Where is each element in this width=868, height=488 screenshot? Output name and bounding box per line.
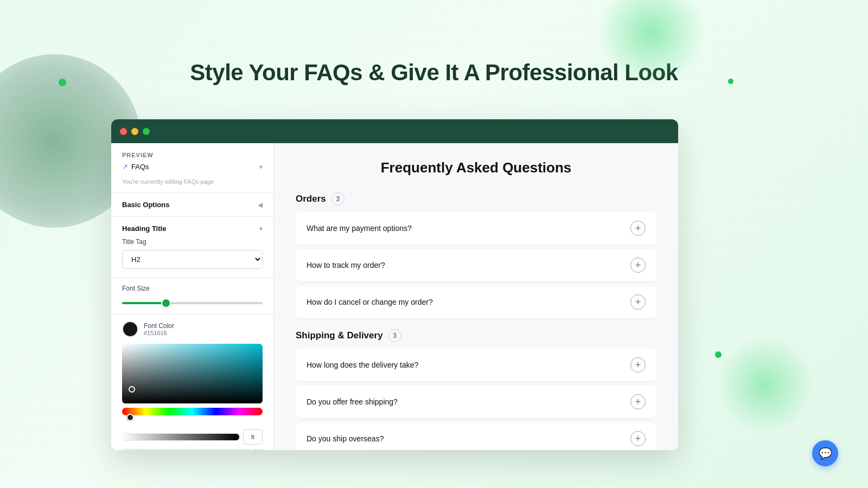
basic-options-section: Basic Options ◀ [111, 193, 273, 217]
window-close-dot[interactable] [120, 128, 127, 135]
spectrum-container [122, 408, 263, 429]
main-content: Frequently Asked Questions Orders 3 What… [274, 143, 678, 450]
basic-options-label: Basic Options [122, 201, 169, 209]
sidebar-preview-section: PREVIEW ↗ FAQs ▾ [111, 143, 273, 176]
faq-item: How do I cancel or change my order? + [296, 286, 656, 318]
window-minimize-dot[interactable] [131, 128, 138, 135]
heading-title-arrow-icon: ▾ [259, 225, 263, 233]
font-color-section: Font Color #151616 ft [111, 314, 273, 450]
faq-expand-button[interactable]: + [630, 357, 646, 373]
faq-item: What are my payment options? + [296, 212, 656, 245]
hex-input-row: ▲ ▼ [122, 449, 263, 450]
heading-title-row: Heading Title ▾ [122, 217, 263, 236]
faq-category-orders-header: Orders 3 [296, 192, 656, 206]
decorative-dot-3 [715, 351, 722, 358]
sidebar: PREVIEW ↗ FAQs ▾ You're currently editin… [111, 143, 274, 450]
title-tag-select[interactable]: H2 H1 H3 H4 H5 H6 [122, 250, 263, 269]
faq-expand-button[interactable]: + [630, 431, 646, 446]
faq-item: How to track my order? + [296, 249, 656, 281]
font-size-slider[interactable] [122, 302, 263, 304]
external-link-icon: ↗ [122, 163, 128, 171]
faq-expand-button[interactable]: + [630, 394, 646, 409]
faq-category-shipping-count: 3 [388, 329, 401, 342]
faq-question: Do you offer free shipping? [307, 397, 398, 406]
faq-category-orders-count: 3 [331, 192, 344, 206]
faqs-chevron-icon: ▾ [259, 163, 263, 171]
faq-page-title: Frequently Asked Questions [296, 159, 656, 176]
title-bar [111, 119, 678, 143]
browser-window: PREVIEW ↗ FAQs ▾ You're currently editin… [111, 119, 678, 450]
faq-expand-button[interactable]: + [630, 221, 646, 236]
chat-button[interactable]: 💬 [812, 440, 838, 466]
opacity-right-indicator: ft [243, 429, 263, 445]
heading-title-section: Heading Title ▾ Title Tag H2 H1 H3 H4 H5… [111, 217, 273, 278]
font-color-info: Font Color #151616 [144, 322, 174, 336]
faq-question: How long does the delivery take? [307, 361, 418, 369]
faq-item: How long does the delivery take? + [296, 349, 656, 381]
decorative-dot-1 [59, 79, 66, 86]
hex-stepper-up[interactable]: ▲ [253, 450, 263, 451]
opacity-bar[interactable] [122, 433, 240, 441]
faq-expand-button[interactable]: + [630, 258, 646, 273]
spectrum-cursor [126, 414, 134, 421]
faqs-row: ↗ FAQs ▾ [122, 163, 263, 171]
font-color-row: Font Color #151616 [122, 321, 263, 337]
faq-item: Do you offer free shipping? + [296, 386, 656, 418]
browser-content: PREVIEW ↗ FAQs ▾ You're currently editin… [111, 143, 678, 450]
bg-blob-3 [716, 336, 814, 434]
font-color-hex-display: #151616 [144, 330, 174, 336]
faq-expand-button[interactable]: + [630, 294, 646, 310]
faq-category-shipping: Shipping & Delivery 3 How long does the … [296, 329, 656, 450]
font-size-section: Font Size [111, 278, 273, 314]
editing-note: You're currently editing FAQs page [111, 176, 273, 193]
preview-label: PREVIEW [122, 152, 263, 158]
font-color-label: Font Color [144, 322, 174, 330]
basic-options-header[interactable]: Basic Options ◀ [111, 193, 273, 216]
hex-stepper: ▲ ▼ [253, 450, 263, 451]
opacity-row: ft [122, 429, 263, 445]
faq-category-orders: Orders 3 What are my payment options? + … [296, 192, 656, 318]
faq-question: How to track my order? [307, 261, 385, 269]
page-header: Style Your FAQs & Give It A Professional… [0, 0, 868, 102]
faq-item: Do you ship overseas? + [296, 422, 656, 450]
faqs-link[interactable]: ↗ FAQs [122, 163, 149, 171]
basic-options-arrow-icon: ◀ [258, 201, 263, 209]
font-color-swatch[interactable] [122, 321, 138, 337]
window-maximize-dot[interactable] [143, 128, 150, 135]
color-spectrum-bar[interactable] [122, 408, 263, 415]
faq-question: What are my payment options? [307, 224, 412, 233]
faq-category-shipping-name: Shipping & Delivery [296, 330, 383, 341]
color-picker-cursor [129, 386, 135, 393]
chat-icon: 💬 [819, 447, 832, 460]
hex-input[interactable] [122, 449, 250, 450]
color-picker-overlay [122, 344, 263, 403]
color-picker-gradient[interactable] [122, 344, 263, 403]
font-size-label: Font Size [122, 285, 263, 292]
faq-question: How do I cancel or change my order? [307, 298, 433, 306]
page-title: Style Your FAQs & Give It A Professional… [0, 60, 868, 86]
decorative-dot-2 [728, 79, 733, 84]
faq-category-shipping-header: Shipping & Delivery 3 [296, 329, 656, 342]
faqs-link-label: FAQs [131, 163, 149, 171]
heading-title-label: Heading Title [122, 224, 166, 233]
faq-question: Do you ship overseas? [307, 434, 384, 443]
title-tag-label: Title Tag [122, 238, 263, 246]
faq-category-orders-name: Orders [296, 194, 326, 204]
